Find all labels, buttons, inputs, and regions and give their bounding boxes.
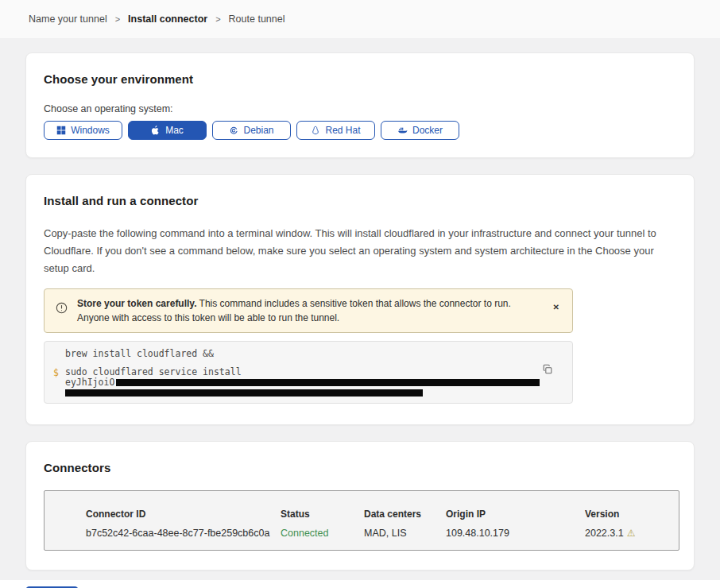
install-description: Copy-paste the following command into a …: [44, 225, 676, 277]
version-value: 2022.3.1⚠: [585, 528, 679, 539]
alert-circle-icon: [56, 302, 68, 317]
column-header-version: Version: [585, 509, 679, 520]
token-warning-title: Store your token carefully.: [77, 298, 197, 309]
os-button-label: Debian: [243, 125, 273, 136]
install-card-title: Install and run a connector: [44, 194, 676, 207]
os-button-label: Windows: [71, 125, 110, 136]
install-command-code-block: $ brew install cloudflared && sudo cloud…: [44, 341, 573, 404]
version-warning-icon: ⚠: [627, 528, 636, 539]
docker-icon: [397, 126, 408, 135]
chevron-separator-icon: >: [215, 14, 220, 24]
close-icon[interactable]: ✕: [548, 295, 564, 319]
chevron-separator-icon: >: [115, 14, 120, 24]
breadcrumb-install-connector[interactable]: Install connector: [128, 14, 207, 25]
os-button-group: Windows Mac: [44, 121, 676, 140]
column-header-status: Status: [281, 509, 364, 520]
data-centers-value: MAD, LIS: [364, 528, 446, 539]
connectors-card-title: Connectors: [44, 461, 676, 474]
os-button-label: Red Hat: [325, 125, 360, 136]
copy-icon[interactable]: [540, 362, 555, 379]
os-select-label: Choose an operating system:: [44, 103, 676, 114]
environment-card: Choose your environment Choose an operat…: [25, 52, 695, 158]
redacted-token-bar: [116, 379, 540, 386]
apple-icon: [151, 126, 161, 135]
origin-ip-value: 109.48.10.179: [446, 528, 585, 539]
redacted-token-bar: [65, 389, 423, 397]
breadcrumb-bar: Name your tunnel > Install connector > R…: [0, 0, 720, 38]
connector-id-value: b7c52c42-6caa-48ee-8c77-fbe259cb6c0a: [86, 528, 281, 539]
redhat-icon: [311, 126, 320, 135]
os-button-label: Docker: [412, 125, 443, 136]
table-row: b7c52c42-6caa-48ee-8c77-fbe259cb6c0a Con…: [86, 528, 679, 539]
code-line-token: eyJhIjoiO: [65, 377, 540, 388]
os-button-debian[interactable]: Debian: [212, 121, 291, 140]
version-number: 2022.3.1: [585, 528, 624, 539]
token-warning-callout: Store your token carefully. This command…: [44, 288, 573, 333]
os-button-windows[interactable]: Windows: [44, 121, 122, 140]
os-button-mac[interactable]: Mac: [128, 121, 207, 140]
token-prefix: eyJhIjoiO: [65, 377, 114, 388]
column-header-connector-id: Connector ID: [86, 509, 281, 520]
windows-icon: [56, 126, 66, 135]
install-card: Install and run a connector Copy-paste t…: [25, 174, 695, 425]
os-button-docker[interactable]: Docker: [381, 121, 459, 140]
connectors-card: Connectors Connector ID Status Data cent…: [25, 441, 695, 571]
column-header-data-centers: Data centers: [364, 509, 446, 520]
token-warning-text: Store your token carefully. This command…: [68, 295, 548, 327]
breadcrumb: Name your tunnel > Install connector > R…: [29, 14, 285, 25]
code-line-brew: brew install cloudflared &&: [65, 349, 540, 359]
os-button-redhat[interactable]: Red Hat: [296, 121, 375, 140]
page-content: Choose your environment Choose an operat…: [0, 38, 720, 580]
shell-prompt: $: [53, 367, 59, 378]
column-header-origin-ip: Origin IP: [446, 509, 585, 520]
environment-card-title: Choose your environment: [44, 72, 676, 86]
connectors-table: Connector ID Status Data centers Origin …: [44, 490, 679, 551]
code-line-service-install: sudo cloudflared service install: [65, 367, 540, 377]
debian-icon: [229, 126, 238, 135]
connectors-table-header: Connector ID Status Data centers Origin …: [86, 509, 679, 520]
os-button-label: Mac: [165, 125, 184, 136]
status-badge: Connected: [281, 528, 364, 539]
breadcrumb-route-tunnel[interactable]: Route tunnel: [229, 14, 285, 25]
breadcrumb-name-your-tunnel[interactable]: Name your tunnel: [29, 14, 107, 25]
